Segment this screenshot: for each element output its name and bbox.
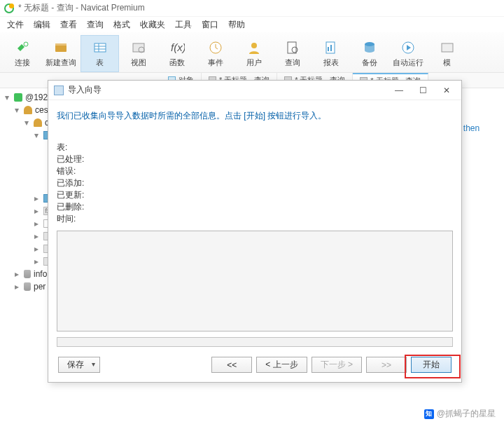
menu-file[interactable]: 文件	[7, 19, 24, 31]
app-logo-icon	[4, 4, 14, 13]
backup-icon	[361, 40, 378, 55]
db-icon	[24, 282, 31, 291]
log-textarea[interactable]	[57, 231, 453, 331]
menu-query[interactable]: 查询	[87, 19, 104, 31]
toolbar-model-button[interactable]: 模	[428, 35, 466, 72]
toolbar-fx-button[interactable]: f(x)函数	[158, 35, 196, 72]
svg-rect-3	[94, 43, 106, 52]
watermark-text: @抓蝎子的星星	[437, 408, 496, 420]
last-button: >>	[366, 357, 407, 373]
toolbar-label: 函数	[169, 57, 185, 68]
toolbar-label: 模	[443, 57, 451, 68]
toolbar-label: 查询	[285, 57, 300, 68]
toolbar-backup-button[interactable]: 备份	[350, 35, 388, 72]
table-icon	[92, 40, 108, 55]
save-button[interactable]: 保存	[58, 357, 100, 373]
toolbar-user-button[interactable]: 用户	[234, 35, 273, 72]
menu-favorites[interactable]: 收藏夹	[140, 19, 165, 31]
toolbar-auto-button[interactable]: 自动运行	[388, 35, 428, 72]
svg-text:f(x): f(x)	[171, 41, 185, 53]
close-button[interactable]: ✕	[435, 83, 458, 98]
dialog-title: 导入向导	[68, 84, 102, 96]
grid-icon	[52, 40, 69, 55]
minimize-button[interactable]: —	[387, 83, 411, 98]
summary-row: 错误:	[57, 165, 453, 177]
maximize-button[interactable]: ☐	[411, 83, 435, 98]
svg-rect-12	[288, 42, 296, 53]
highlight-box	[405, 355, 461, 378]
fx-icon: f(x)	[169, 40, 186, 55]
query-icon	[284, 40, 301, 55]
toolbar-query-button[interactable]: 查询	[273, 35, 312, 72]
toolbar-label: 连接	[15, 57, 30, 68]
watermark: 知 @抓蝎子的星星	[424, 408, 496, 420]
plug-icon	[14, 40, 31, 55]
prev-button[interactable]: < 上一步	[256, 357, 307, 373]
auto-icon	[400, 40, 416, 55]
next-button: 下一步 >	[312, 357, 362, 373]
toolbar-label: 事件	[208, 57, 223, 68]
menu-bar: 文件 编辑 查看 查询 格式 收藏夹 工具 窗口 帮助	[0, 17, 504, 32]
user-icon	[246, 40, 262, 55]
menu-window[interactable]: 窗口	[202, 19, 218, 31]
tree-db2[interactable]: info	[34, 269, 47, 279]
dialog-footer: 保存 << < 上一步 下一步 > >> 开始	[57, 357, 453, 373]
toolbar-label: 备份	[362, 57, 377, 68]
report-icon	[323, 40, 340, 55]
app-titlebar: * 无标题 - 查询 - Navicat Premium	[0, 0, 504, 17]
toolbar-label: 视图	[131, 57, 146, 68]
tree-db3[interactable]: per	[34, 282, 46, 292]
server-icon	[14, 93, 22, 102]
database-icon	[24, 106, 32, 114]
toolbar-report-button[interactable]: 报表	[312, 35, 350, 72]
toolbar-label: 新建查询	[46, 57, 76, 68]
db-icon	[24, 270, 31, 278]
summary-row: 已添加:	[57, 177, 453, 189]
menu-view[interactable]: 查看	[60, 19, 77, 31]
menu-edit[interactable]: 编辑	[34, 19, 50, 31]
menu-help[interactable]: 帮助	[228, 19, 245, 31]
wizard-icon	[54, 86, 64, 95]
view-icon	[130, 40, 147, 55]
summary-row: 已处理:	[57, 153, 453, 165]
svg-rect-16	[330, 45, 332, 51]
window-title: * 无标题 - 查询 - Navicat Premium	[18, 2, 145, 14]
summary-row: 时间:	[57, 213, 453, 225]
toolbar-clock-button[interactable]: 事件	[196, 35, 234, 72]
import-wizard-dialog: 导入向导 — ☐ ✕ 我们已收集向导导入数据时所需的全部信息。点击 [开始] 按…	[48, 80, 462, 383]
zhihu-icon: 知	[424, 409, 434, 419]
svg-point-0	[24, 42, 28, 46]
model-icon	[439, 40, 456, 55]
toolbar-grid-button[interactable]: 新建查询	[41, 35, 80, 72]
toolbar-table-button[interactable]: 表	[80, 35, 119, 72]
toolbar-plug-button[interactable]: 连接	[3, 35, 41, 72]
menu-tools[interactable]: 工具	[175, 19, 192, 31]
schema-icon	[34, 118, 42, 127]
clock-icon	[207, 40, 224, 55]
dialog-titlebar[interactable]: 导入向导 — ☐ ✕	[48, 81, 461, 100]
svg-rect-2	[55, 43, 66, 46]
summary-row: 表:	[57, 142, 453, 153]
summary-row: 已删除:	[57, 201, 453, 213]
dialog-message: 我们已收集向导导入数据时所需的全部信息。点击 [开始] 按钮进行导入。	[57, 110, 453, 122]
toolbar-label: 表	[96, 57, 104, 68]
progress-bar	[57, 337, 453, 347]
summary-fields: 表:已处理:错误:已添加:已更新:已删除:时间:	[57, 142, 453, 225]
svg-point-11	[251, 43, 257, 48]
menu-format[interactable]: 格式	[113, 19, 130, 31]
toolbar-view-button[interactable]: 视图	[119, 35, 158, 72]
summary-row: 已更新:	[57, 189, 453, 201]
main-toolbar: 连接新建查询表视图f(x)函数事件用户查询报表备份自动运行模	[0, 32, 504, 73]
svg-rect-15	[328, 47, 329, 51]
toolbar-label: 报表	[323, 57, 339, 68]
svg-rect-20	[442, 43, 453, 52]
first-button[interactable]: <<	[211, 357, 252, 373]
toolbar-label: 自动运行	[393, 57, 424, 68]
toolbar-label: 用户	[246, 57, 262, 68]
